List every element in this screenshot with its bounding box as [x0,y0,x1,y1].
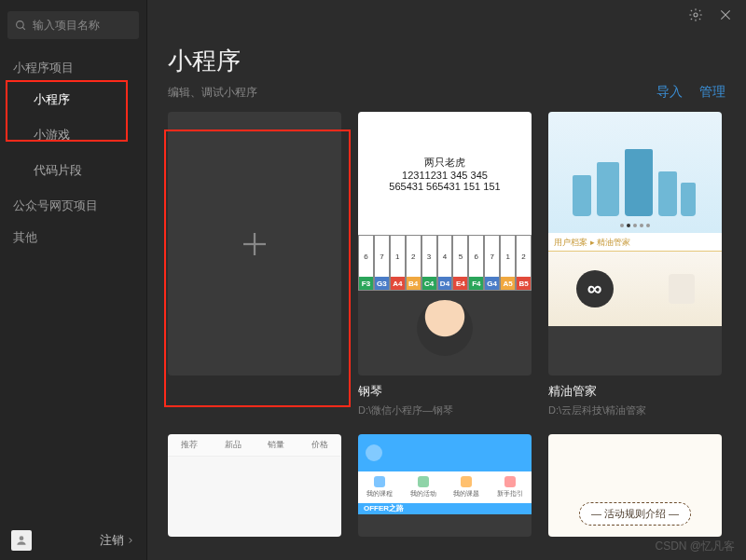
project-card-row2-1[interactable]: 推荐 新品 销量 价格 [168,434,341,537]
svg-point-2 [20,536,24,540]
user-avatar[interactable] [11,530,32,551]
logout-button[interactable]: 注销 [100,532,135,549]
page-title: 小程序 [168,45,257,77]
search-placeholder: 输入项目名称 [33,18,100,34]
titlebar [147,0,746,30]
infinity-icon: ∞ [576,270,614,307]
project-card-row2-2[interactable]: 我的课程 我的活动 我的课题 新手指引 OFFER之路 [358,434,532,537]
bell-icon [366,444,382,461]
manage-link[interactable]: 管理 [699,84,725,101]
import-link[interactable]: 导入 [656,84,683,101]
sidebar-group-mini: 小程序项目 [0,50,146,82]
svg-point-3 [694,13,698,17]
plus-icon [238,227,271,261]
offer-strip: OFFER之路 [358,503,532,514]
project-grid: 两只老虎 12311231 345 345 565431 565431 151 … [147,112,746,557]
chevron-right-icon [126,536,135,545]
project-card-piano[interactable]: 两只老虎 12311231 345 345 565431 565431 151 … [358,112,532,417]
oil-brand-bar: 用户档案 ▸ 精油管家 [548,233,722,252]
piano-keys: 6F37G31A42B43C44D45E46F47G41A52B5 [358,235,532,291]
project-card-row2-3[interactable]: — 活动规则介绍 — [548,434,722,537]
project-title: 钢琴 [358,383,532,400]
sidebar: 输入项目名称 小程序项目 小程序 小游戏 代码片段 公众号网页项目 其他 注销 [0,0,147,560]
piano-thumb-text: 两只老虎 12311231 345 345 565431 565431 151 … [358,112,532,235]
close-icon[interactable] [718,7,733,22]
sidebar-item-minigame[interactable]: 小游戏 [0,117,146,153]
new-project-card[interactable] [168,112,341,417]
gear-icon[interactable] [688,7,703,22]
search-icon [15,20,27,32]
sidebar-item-miniapp[interactable]: 小程序 [0,82,146,117]
oil-thumb-hero [548,112,722,233]
thumb-tabs: 推荐 新品 销量 价格 [168,434,341,457]
page-subtitle: 编辑、调试小程序 [168,85,257,101]
sidebar-group-official[interactable]: 公众号网页项目 [0,188,146,220]
project-path: D:\微信小程序—钢琴 [358,403,532,417]
main-panel: 小程序 编辑、调试小程序 导入 管理 两只老虎 12311231 34 [147,0,746,560]
thumb-banner [358,434,532,471]
project-path: D:\云层科技\精油管家 [548,403,722,417]
rule-pill: — 活动规则介绍 — [579,502,691,526]
piano-avatar [417,300,473,356]
project-card-oil[interactable]: 用户档案 ▸ 精油管家 ∞ 精油管家 D:\云层科技\精油管家 [548,112,722,417]
svg-line-1 [22,27,25,30]
sidebar-group-other[interactable]: 其他 [0,220,146,252]
sidebar-item-snippet[interactable]: 代码片段 [0,153,146,188]
svg-point-0 [17,20,24,28]
thumb-icon-row: 我的课程 我的活动 我的课题 新手指引 [358,471,532,503]
oil-thumb-mid: ∞ [548,252,722,326]
project-title: 精油管家 [548,383,722,400]
search-input[interactable]: 输入项目名称 [7,11,139,39]
